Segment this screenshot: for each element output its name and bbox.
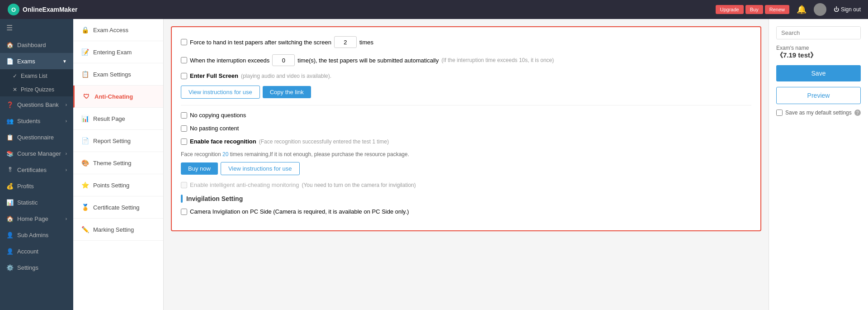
power-icon: ⏻ — [834, 6, 839, 13]
exam-name-section: Exam's name 《7.19 test》 — [776, 45, 861, 60]
nav-exam-settings[interactable]: 📋 Exam Settings — [73, 63, 163, 86]
bell-icon: 🔔 — [797, 5, 807, 14]
chevron-right-icon3: › — [66, 151, 67, 156]
certificate-setting-icon: 🏅 — [80, 203, 90, 212]
interruption-label: When the interruption exceeds — [190, 57, 269, 64]
avatar — [814, 3, 826, 16]
sidebar-item-settings[interactable]: ⚙️ Settings — [0, 259, 73, 276]
intelligent-checkbox[interactable] — [181, 182, 187, 188]
sidebar-item-dashboard[interactable]: 🏠 Dashboard — [0, 37, 73, 53]
logo: O OnlineExamMaker — [7, 3, 77, 16]
no-copying-checkbox[interactable] — [181, 112, 187, 119]
invigilation-title: Invigilation Setting — [186, 195, 243, 202]
logo-text: OnlineExamMaker — [23, 6, 77, 13]
save-button[interactable]: Save — [776, 65, 861, 81]
view-instructions-btn-1[interactable]: View instructions for use — [181, 86, 260, 99]
nav-exam-access[interactable]: 🔒 Exam Access — [73, 19, 163, 41]
certificates-icon: 🎖 — [6, 166, 14, 173]
nav-certificate-setting[interactable]: 🏅 Certificate Setting — [73, 196, 163, 219]
camera-invigilation-row: Camera Invigilation on PC Side (Camera i… — [181, 208, 751, 215]
nav-marking-setting[interactable]: ✏️ Marking Setting — [73, 219, 163, 241]
homepage-icon: 🏠 — [6, 215, 14, 222]
force-hand-in-input[interactable] — [334, 36, 357, 48]
nav-theme-setting[interactable]: 🎨 Theme Setting — [73, 152, 163, 174]
statistic-icon: 📊 — [6, 199, 14, 206]
sidebar-item-exams-list[interactable]: ✓ Exams List — [0, 69, 73, 83]
course-icon: 📚 — [6, 150, 14, 157]
exam-name-label: Exam's name — [776, 45, 861, 51]
hamburger-button[interactable]: ☰ — [0, 19, 73, 37]
buy-now-btn[interactable]: Buy now — [181, 162, 218, 175]
no-pasting-row: No pasting content — [181, 125, 751, 132]
main-content: Force to hand in test papers after switc… — [164, 19, 769, 310]
sidebar-item-students[interactable]: 👥 Students › — [0, 113, 73, 129]
sidebar-item-profits[interactable]: 💰 Profits — [0, 178, 73, 194]
sidebar-item-homepage[interactable]: 🏠 Home Page › — [0, 210, 73, 227]
no-copying-row: No copying questions — [181, 112, 751, 119]
nav-anti-cheating[interactable]: 🛡 Anti-Cheating — [73, 86, 163, 108]
sidebar-item-questionnaire[interactable]: 📋 Questionnaire — [0, 129, 73, 145]
svg-text:O: O — [11, 6, 16, 13]
interruption-checkbox[interactable] — [181, 57, 187, 63]
exam-access-icon: 🔒 — [80, 25, 90, 34]
intelligent-label: Enable intelligent anti-cheating monitor… — [190, 181, 299, 188]
buttons-row-2: Buy now View instructions for use — [181, 162, 751, 175]
interruption-input[interactable] — [272, 54, 295, 66]
sidebar-item-statistic[interactable]: 📊 Statistic — [0, 194, 73, 210]
fullscreen-note: (playing audio and video is available). — [241, 73, 331, 79]
chevron-right-icon: › — [66, 102, 67, 107]
preview-button[interactable]: Preview — [776, 87, 861, 104]
nav-result-page[interactable]: 📊 Result Page — [73, 108, 163, 130]
upgrade-buttons: Upgrade Buy Renew — [716, 5, 789, 14]
sidebar-item-account[interactable]: 👤 Account — [0, 243, 73, 259]
fullscreen-checkbox[interactable] — [181, 73, 187, 79]
chevron-right-icon4: › — [66, 167, 67, 172]
sidebar-item-prize-quizzes[interactable]: ✕ Prize Quizzes — [0, 83, 73, 96]
copy-link-btn[interactable]: Copy the link — [263, 86, 311, 98]
buy-btn[interactable]: Buy — [745, 5, 763, 14]
chevron-right-icon2: › — [66, 119, 67, 124]
exams-submenu: ✓ Exams List ✕ Prize Quizzes — [0, 69, 73, 96]
interruption-suffix: time(s), the test papers will be submitt… — [297, 57, 439, 64]
anti-cheating-icon: 🛡 — [82, 92, 91, 101]
sidebar-item-questions-bank[interactable]: ❓ Questions Bank › — [0, 96, 73, 113]
default-settings-label: Save as my default settings — [785, 110, 852, 116]
upgrade-btn[interactable]: Upgrade — [716, 5, 744, 14]
sidebar-item-course-manager[interactable]: 📚 Course Manager › — [0, 145, 73, 162]
search-box: 🔍 — [776, 26, 861, 39]
renew-btn[interactable]: Renew — [765, 5, 789, 14]
force-hand-in-row: Force to hand in test papers after switc… — [181, 36, 751, 48]
default-settings-checkbox[interactable] — [776, 110, 783, 116]
marking-setting-icon: ✏️ — [80, 225, 90, 234]
view-instructions-btn-2[interactable]: View instructions for use — [221, 162, 300, 175]
sidebar-item-subadmins[interactable]: 👤 Sub Admins — [0, 227, 73, 243]
camera-invigilation-checkbox[interactable] — [181, 209, 187, 215]
main-layout: ☰ 🏠 Dashboard 📄 Exams ▼ ✓ Exams List ✕ P… — [0, 19, 868, 310]
face-times: 20 — [222, 151, 228, 157]
force-hand-in-suffix: times — [359, 39, 373, 46]
exam-settings-icon: 📋 — [80, 70, 90, 79]
header-right: Upgrade Buy Renew 🔔 ⏻ Sign out — [716, 3, 861, 16]
no-pasting-checkbox[interactable] — [181, 125, 187, 132]
no-copying-label: No copying questions — [190, 112, 246, 119]
intelligent-row: Enable intelligent anti-cheating monitor… — [181, 181, 751, 188]
account-icon: 👤 — [6, 248, 14, 255]
force-hand-in-checkbox[interactable] — [181, 39, 187, 45]
anti-cheating-panel: Force to hand in test papers after switc… — [171, 26, 761, 231]
students-icon: 👥 — [6, 117, 14, 124]
chevron-down-icon: ▼ — [62, 59, 67, 64]
face-remaining-note: Face recognition 20 times remaining,If i… — [181, 151, 751, 157]
face-recognition-checkbox[interactable] — [181, 138, 187, 145]
sidebar-item-exams[interactable]: 📄 Exams ▼ — [0, 53, 73, 69]
sidebar-item-certificates[interactable]: 🎖 Certificates › — [0, 162, 73, 178]
nav-report-setting[interactable]: 📄 Report Setting — [73, 130, 163, 152]
nav-points-setting[interactable]: ⭐ Points Setting — [73, 174, 163, 196]
signout-button[interactable]: ⏻ Sign out — [834, 6, 861, 13]
buttons-row-1: View instructions for use Copy the link — [181, 86, 751, 99]
interruption-note: (If the interruption time exceeds 10s, i… — [441, 57, 554, 63]
nav-entering-exam[interactable]: 📝 Entering Exam — [73, 41, 163, 63]
subadmins-icon: 👤 — [6, 231, 14, 238]
face-recognition-row: Enable face recognition (Face recognitio… — [181, 138, 751, 145]
search-input[interactable] — [777, 27, 861, 39]
help-icon[interactable]: ? — [854, 110, 861, 116]
